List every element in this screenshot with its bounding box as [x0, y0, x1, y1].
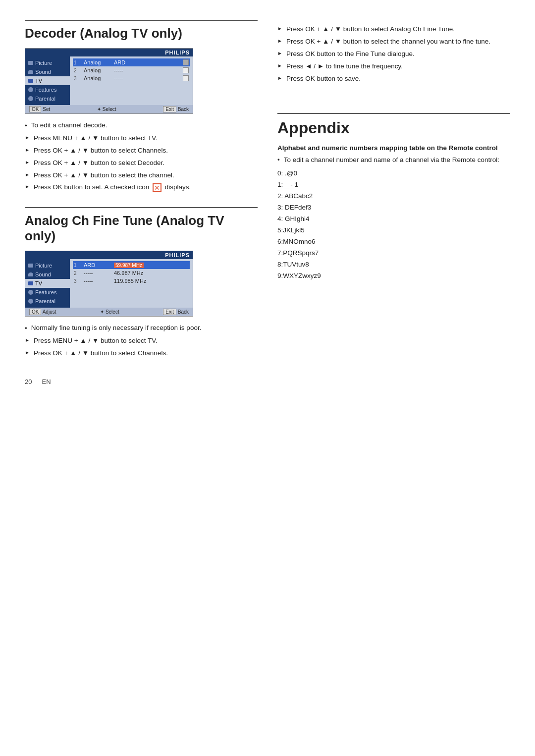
checked-icon: [153, 183, 161, 192]
decoder-bullets: To edit a channel decode. Press MENU + ▲…: [25, 121, 258, 192]
mapping-5: 5:JKLjkl5: [277, 225, 510, 236]
ft-sidebar-sound: Sound: [25, 270, 70, 279]
sidebar-tv: TV: [25, 76, 70, 85]
ft-sidebar-parental: Parental: [25, 297, 70, 306]
ft-sidebar-features: Features: [25, 288, 70, 297]
ft-row-3: 3 ----- 119.985 MHz: [73, 277, 190, 285]
ft-row-2: 2 ----- 46.987 MHz: [73, 269, 190, 277]
mapping-8: 8:TUVtuv8: [277, 259, 510, 270]
decoder-tv-menu: PHILIPS Picture Sound TV: [25, 48, 193, 114]
decoder-bullet-4: Press OK + ▲ / ▼ button to select Decode…: [25, 159, 258, 168]
sidebar-sound: Sound: [25, 67, 70, 76]
decoder-menu-footer: OK Set ✦ Select Exit Back: [25, 105, 193, 113]
ftc-bullet-3: Press OK button to the Fine Tune dialogu…: [277, 50, 510, 59]
ft-bullet-3: Press OK + ▲ / ▼ button to select Channe…: [25, 349, 258, 358]
mapping-6: 6:MNOmno6: [277, 236, 510, 248]
ftc-bullet-4: Press ◄ / ► to fine tune the frequency.: [277, 62, 510, 71]
appendix-subtitle: Alphabet and numeric numbers mapping tab…: [277, 144, 510, 152]
decoder-row-3: 3 Analog -----: [73, 74, 190, 82]
decoder-bullet-6: Press OK button to set. A checked icon d…: [25, 183, 258, 192]
page-footer: 20 EN: [25, 378, 258, 385]
fine-tune-continued-bullets: Press OK + ▲ / ▼ button to select Analog…: [277, 25, 510, 83]
page-number: 20: [25, 378, 32, 385]
appendix-intro: To edit a channel number and name of a c…: [277, 155, 510, 166]
ftc-bullet-1: Press OK + ▲ / ▼ button to select Analog…: [277, 25, 510, 34]
sidebar-picture: Picture: [25, 58, 70, 67]
fine-tune-menu-brand: PHILIPS: [25, 251, 193, 259]
mapping-3: 3: DEFdef3: [277, 202, 510, 214]
decoder-bullet-1: To edit a channel decode.: [25, 121, 258, 131]
decoder-section-title: Decoder (Analog TV only): [25, 20, 258, 41]
ftc-bullet-2: Press OK + ▲ / ▼ button to select the ch…: [277, 37, 510, 47]
fine-tune-menu-content: 1 ARD 59.987 MHz 2 ----- 46.987 MHz 3 --…: [70, 259, 193, 308]
fine-tune-tv-menu: PHILIPS Picture Sound TV: [25, 251, 193, 317]
page-lang: EN: [42, 378, 51, 385]
decoder-bullet-2: Press MENU + ▲ / ▼ button to select TV.: [25, 134, 258, 143]
sidebar-features: Features: [25, 85, 70, 94]
ftc-bullet-5: Press OK button to save.: [277, 74, 510, 84]
ft-row-1: 1 ARD 59.987 MHz: [73, 261, 190, 269]
decoder-menu-sidebar: Picture Sound TV Features: [25, 56, 70, 105]
decoder-row-2: 2 Analog -----: [73, 66, 190, 74]
fine-tune-menu-footer: OK Adjust ✦ Select Exit Back: [25, 308, 193, 316]
ft-bullet-2: Press MENU + ▲ / ▼ button to select TV.: [25, 336, 258, 346]
fine-tune-menu-sidebar: Picture Sound TV Features: [25, 259, 70, 308]
ft-bullet-1: Normally fine tuning is only necessary i…: [25, 324, 258, 333]
appendix-codes: 0: .@0 1: _ - 1 2: ABCabc2 3: DEFdef3 4:…: [277, 168, 510, 281]
decoder-bullet-5: Press OK + ▲ / ▼ button to select the ch…: [25, 171, 258, 180]
decoder-menu-content: 1 Analog ARD 2 Analog ----- 3 Analog: [70, 56, 193, 105]
ft-sidebar-picture: Picture: [25, 261, 70, 270]
decoder-row-1: 1 Analog ARD: [73, 58, 190, 66]
mapping-2: 2: ABCabc2: [277, 191, 510, 202]
appendix-mapping-list: To edit a channel number and name of a c…: [277, 155, 510, 166]
fine-tune-bullets: Normally fine tuning is only necessary i…: [25, 324, 258, 358]
decoder-menu-brand: PHILIPS: [25, 49, 193, 56]
mapping-0: 0: .@0: [277, 168, 510, 179]
mapping-4: 4: GHIghi4: [277, 214, 510, 225]
mapping-1: 1: _ - 1: [277, 179, 510, 191]
ft-sidebar-tv: TV: [25, 279, 70, 288]
fine-tune-section-title: Analog Ch Fine Tune (Analog TV only): [25, 207, 258, 244]
mapping-7: 7:PQRSpqrs7: [277, 248, 510, 259]
appendix-title: Appendix: [277, 113, 510, 137]
mapping-9: 9:WXYZwxyz9: [277, 270, 510, 282]
sidebar-parental: Parental: [25, 94, 70, 103]
decoder-bullet-3: Press OK + ▲ / ▼ button to select Channe…: [25, 146, 258, 156]
